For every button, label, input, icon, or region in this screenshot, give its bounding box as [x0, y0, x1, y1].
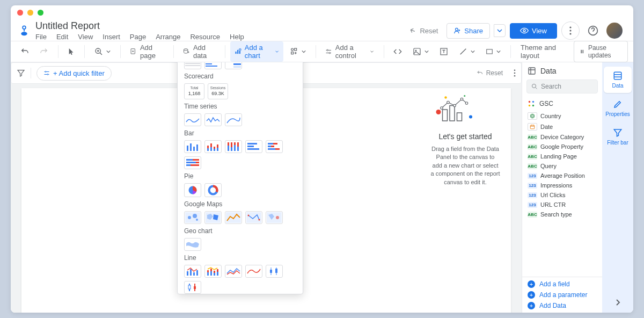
svg-point-125: [532, 84, 536, 88]
chart-combo-map[interactable]: [266, 211, 283, 224]
rail-data[interactable]: Data: [604, 67, 632, 93]
field-item[interactable]: 123Average Position: [522, 171, 602, 180]
reset-button[interactable]: Reset: [405, 25, 442, 37]
chart-smooth-line[interactable]: [245, 265, 262, 278]
window-maximize[interactable]: [38, 10, 43, 16]
datasource-icon: [528, 100, 535, 107]
menu-arrange[interactable]: Arrange: [156, 33, 180, 41]
field-item[interactable]: ABCLanding Page: [522, 151, 602, 161]
svg-rect-62: [210, 147, 212, 151]
field-item[interactable]: ABCDevice Category: [522, 132, 602, 142]
svg-rect-45: [185, 63, 200, 64]
chart-combo[interactable]: [184, 265, 201, 278]
field-item[interactable]: 123Url Clicks: [522, 190, 602, 200]
caret-down-icon: [425, 49, 429, 54]
canvas-reset-button[interactable]: Reset: [477, 69, 503, 77]
datasource-header[interactable]: GSC: [522, 97, 602, 111]
rail-properties[interactable]: Properties: [604, 95, 632, 121]
chart-scorecard[interactable]: Total1,168: [184, 83, 204, 99]
shape-button[interactable]: [481, 46, 505, 57]
chart-heat-map[interactable]: [225, 211, 242, 224]
add-data-link[interactable]: +Add Data: [528, 302, 597, 309]
chart-time-series[interactable]: [184, 113, 201, 126]
chart-table-heatmap[interactable]: [225, 62, 242, 69]
more-options-button[interactable]: [561, 21, 580, 40]
chart-bar-100[interactable]: [184, 156, 201, 169]
chart-bar[interactable]: [245, 140, 262, 153]
share-button[interactable]: Share: [447, 23, 490, 39]
chart-donut[interactable]: [204, 183, 222, 197]
document-title[interactable]: Untitled Report: [35, 20, 405, 32]
chart-filled-map[interactable]: [204, 211, 222, 224]
add-chart-button[interactable]: Add a chart: [230, 41, 283, 62]
chart-candlestick[interactable]: [266, 265, 283, 278]
svg-point-128: [529, 105, 531, 107]
menu-resource[interactable]: Resource: [190, 33, 220, 41]
chart-sparkline[interactable]: [204, 113, 222, 126]
share-dropdown[interactable]: [494, 24, 506, 37]
add-page-button[interactable]: Add page: [126, 41, 167, 62]
window-minimize[interactable]: [27, 10, 33, 16]
chart-combo-stacked[interactable]: [204, 265, 222, 278]
field-item[interactable]: 123URL CTR: [522, 200, 602, 209]
filter-icon-button[interactable]: [17, 69, 25, 77]
zoom-tool[interactable]: [90, 45, 115, 58]
menu-edit[interactable]: Edit: [56, 33, 68, 41]
undo-button[interactable]: [16, 45, 33, 58]
chart-geo[interactable]: [184, 238, 201, 251]
chart-column-100[interactable]: [225, 140, 242, 153]
field-item[interactable]: ABCQuery: [522, 161, 602, 171]
chart-scorecard-compact[interactable]: Sessions69.3K: [208, 83, 228, 99]
svg-rect-97: [226, 212, 241, 223]
field-item[interactable]: Date: [522, 121, 602, 132]
chart-line-map[interactable]: [245, 211, 262, 224]
svg-rect-112: [214, 271, 215, 273]
field-item[interactable]: Country: [522, 111, 602, 121]
field-item[interactable]: ABCSearch type: [522, 209, 602, 219]
field-item[interactable]: ABCGoogle Property: [522, 142, 602, 151]
text-button[interactable]: [435, 45, 452, 58]
field-item[interactable]: 123Impressions: [522, 180, 602, 190]
chart-bar-stacked[interactable]: [266, 140, 283, 153]
redo-button[interactable]: [35, 45, 53, 58]
redo-icon: [40, 47, 48, 56]
community-viz-button[interactable]: [286, 45, 310, 58]
add-quick-filter-button[interactable]: + Add quick filter: [36, 66, 112, 81]
chart-pie[interactable]: [184, 183, 201, 197]
rail-filter-bar[interactable]: Filter bar: [604, 124, 632, 150]
kebab-icon: [514, 69, 516, 77]
menu-file[interactable]: File: [35, 33, 47, 41]
code-icon: [393, 47, 402, 56]
add-parameter-link[interactable]: +Add a parameter: [528, 291, 597, 299]
pause-updates-button[interactable]: Pause updates: [574, 41, 628, 62]
chart-ohlc[interactable]: [184, 281, 201, 294]
window-close[interactable]: [17, 10, 23, 16]
sliders-icon: [325, 47, 332, 56]
theme-layout-button[interactable]: Theme and layout: [516, 41, 569, 62]
caret-down-icon: [471, 49, 475, 54]
chart-smoothed-line[interactable]: [225, 113, 242, 126]
chart-line[interactable]: [225, 265, 242, 278]
rail-collapse-toggle[interactable]: [615, 299, 620, 306]
help-button[interactable]: [584, 21, 602, 40]
chart-column-stacked[interactable]: [204, 140, 222, 153]
add-data-button[interactable]: Add data: [179, 41, 219, 62]
selection-tool[interactable]: [64, 46, 79, 57]
add-field-link[interactable]: +Add a field: [528, 280, 597, 288]
chart-bubble-map[interactable]: [184, 211, 201, 224]
canvas-more-button[interactable]: [514, 69, 516, 77]
chart-table-bars[interactable]: [204, 62, 222, 69]
menu-view[interactable]: View: [78, 33, 93, 41]
field-search-input[interactable]: Search: [526, 80, 598, 93]
chart-column[interactable]: [184, 140, 201, 153]
embed-button[interactable]: [389, 45, 406, 58]
line-button[interactable]: [455, 45, 479, 58]
menu-help[interactable]: Help: [230, 33, 244, 41]
menu-insert[interactable]: Insert: [103, 33, 120, 41]
image-button[interactable]: [408, 45, 433, 58]
chart-table[interactable]: [184, 62, 201, 69]
add-control-button[interactable]: Add a control: [321, 41, 378, 62]
view-button[interactable]: View: [510, 23, 557, 39]
user-avatar[interactable]: [606, 23, 623, 39]
menu-page[interactable]: Page: [130, 33, 146, 41]
